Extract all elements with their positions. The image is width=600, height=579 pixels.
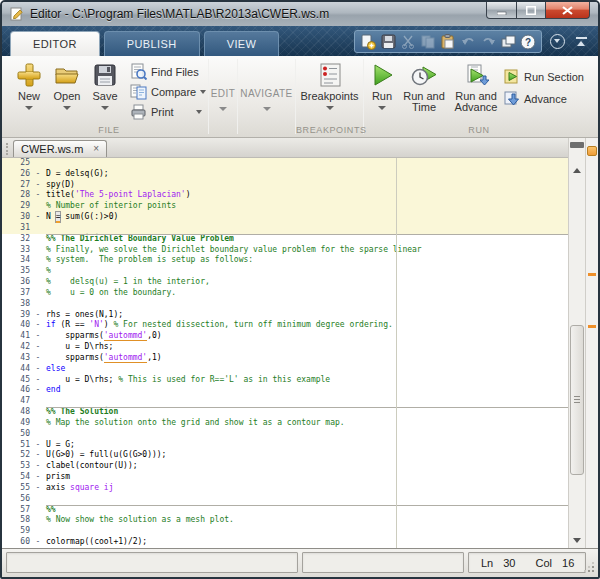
code-text[interactable]: colormap((cool+1)/2); (46, 537, 568, 548)
breakpoints-dropdown-arrow[interactable] (326, 106, 334, 110)
code-text[interactable]: % Number of interior points (46, 201, 568, 212)
breakpoint-dash[interactable] (30, 515, 46, 526)
breakpoint-dash[interactable]: - (30, 461, 46, 472)
save-button[interactable]: Save (86, 60, 124, 110)
code-line[interactable]: 33% Finally, we solve the Dirichlet boun… (2, 245, 568, 256)
line-number[interactable]: 40 (2, 320, 30, 331)
code-text[interactable]: axis square ij (46, 483, 568, 494)
vertical-scrollbar[interactable] (568, 138, 585, 548)
breakpoint-dash[interactable]: - (30, 364, 46, 375)
code-line[interactable]: 29% Number of interior points (2, 201, 568, 212)
code-line[interactable]: 25 (2, 158, 568, 169)
code-text[interactable]: U = G; (46, 440, 568, 451)
breakpoint-dash[interactable]: - (30, 331, 46, 342)
breakpoint-dash[interactable] (30, 396, 46, 407)
breakpoint-dash[interactable]: - (30, 169, 46, 180)
minimize-button[interactable] (486, 2, 517, 19)
undo-icon[interactable] (459, 33, 477, 50)
run-dropdown-arrow[interactable] (378, 106, 386, 110)
new-button[interactable]: New (10, 60, 48, 110)
code-editor[interactable]: 2526-D = delsq(G);27-spy(D)28-title('The… (2, 158, 568, 548)
breakpoint-dash[interactable] (30, 288, 46, 299)
edit-gallery-button[interactable]: EDIT (209, 56, 237, 137)
new-dropdown-arrow[interactable] (25, 106, 33, 110)
warning-marker[interactable] (588, 325, 596, 328)
maximize-button[interactable] (517, 2, 546, 19)
code-text[interactable]: U(G>0) = full(u(G(G>0))); (46, 450, 568, 461)
code-text[interactable]: %% The Dirichlet Boundary Value Problem (46, 234, 568, 245)
code-line[interactable]: 60-colormap((cool+1)/2); (2, 537, 568, 548)
line-number[interactable]: 28 (2, 190, 30, 201)
code-line[interactable]: 47 (2, 396, 568, 407)
scrollbar-thumb[interactable] (570, 325, 584, 475)
code-text[interactable] (46, 158, 568, 169)
breakpoint-dash[interactable]: - (30, 537, 46, 548)
line-number[interactable]: 30 (2, 212, 30, 223)
code-text[interactable]: prism (46, 472, 568, 483)
run-section-button[interactable]: Run Section (504, 68, 590, 86)
line-number[interactable]: 29 (2, 201, 30, 212)
breakpoint-dash[interactable] (30, 407, 46, 418)
breakpoint-dash[interactable]: - (30, 310, 46, 321)
breakpoint-dash[interactable]: - (30, 353, 46, 364)
compare-dropdown-arrow[interactable] (200, 90, 206, 94)
line-number[interactable]: 54 (2, 472, 30, 483)
scroll-down-icon[interactable] (569, 534, 585, 546)
code-line[interactable]: 44-else (2, 364, 568, 375)
open-button[interactable]: Open (48, 60, 86, 110)
code-text[interactable]: spparms('autommd',0) (46, 331, 568, 342)
line-number[interactable]: 41 (2, 331, 30, 342)
code-line[interactable]: 53-clabel(contour(U)); (2, 461, 568, 472)
code-text[interactable]: else (46, 364, 568, 375)
code-text[interactable] (46, 526, 568, 537)
line-number[interactable]: 42 (2, 342, 30, 353)
save-icon[interactable] (379, 33, 397, 50)
find-files-button[interactable]: Find Files (130, 63, 204, 80)
help-icon[interactable]: ? (519, 33, 537, 50)
line-number[interactable]: 56 (2, 494, 30, 505)
code-text[interactable]: u = D\rhs; % This is used for R=='L' as … (46, 375, 568, 386)
editor-split-handle[interactable] (570, 142, 584, 148)
resize-grip[interactable] (586, 564, 595, 573)
code-line[interactable]: 49% Map the solution onto the grid and s… (2, 418, 568, 429)
breakpoint-dash[interactable]: - (30, 450, 46, 461)
breakpoint-dash[interactable]: - (30, 180, 46, 191)
code-line[interactable]: 38 (2, 299, 568, 310)
line-number[interactable]: 48 (2, 407, 30, 418)
print-button[interactable]: Print (130, 103, 204, 120)
line-number[interactable]: 37 (2, 288, 30, 299)
code-text[interactable]: %% (46, 505, 568, 516)
breakpoint-dash[interactable] (30, 201, 46, 212)
code-line[interactable]: 36% delsq(u) = 1 in the interior, (2, 277, 568, 288)
breakpoint-dash[interactable] (30, 429, 46, 440)
code-text[interactable]: % Map the solution onto the grid and sho… (46, 418, 568, 429)
code-line[interactable]: 57%% (2, 505, 568, 516)
line-number[interactable]: 31 (2, 223, 30, 234)
breakpoint-dash[interactable]: - (30, 320, 46, 331)
line-number[interactable]: 39 (2, 310, 30, 321)
code-analyzer-summary-icon[interactable] (587, 146, 597, 156)
code-line[interactable]: 46-end (2, 385, 568, 396)
code-line[interactable]: 39-rhs = ones(N,1); (2, 310, 568, 321)
line-number[interactable]: 26 (2, 169, 30, 180)
copy-icon[interactable] (419, 33, 437, 50)
breakpoint-dash[interactable] (30, 255, 46, 266)
code-text[interactable]: clabel(contour(U)); (46, 461, 568, 472)
line-number[interactable]: 47 (2, 396, 30, 407)
code-text[interactable]: N = sum(G(:)>0) (46, 212, 568, 223)
line-number[interactable]: 49 (2, 418, 30, 429)
code-line[interactable]: 27-spy(D) (2, 180, 568, 191)
common-actions-icon[interactable] (548, 32, 566, 50)
code-line[interactable]: 32%% The Dirichlet Boundary Value Proble… (2, 234, 568, 245)
code-text[interactable] (46, 494, 568, 505)
line-number[interactable]: 57 (2, 505, 30, 516)
line-number[interactable]: 36 (2, 277, 30, 288)
breakpoint-dash[interactable]: - (30, 472, 46, 483)
breakpoint-dash[interactable]: - (30, 375, 46, 386)
code-text[interactable]: if (R == 'N') % For nested dissection, t… (46, 320, 568, 331)
line-number[interactable]: 58 (2, 515, 30, 526)
line-number[interactable]: 33 (2, 245, 30, 256)
line-number[interactable]: 25 (2, 158, 30, 169)
breakpoint-dash[interactable]: - (30, 440, 46, 451)
code-text[interactable] (46, 223, 568, 234)
